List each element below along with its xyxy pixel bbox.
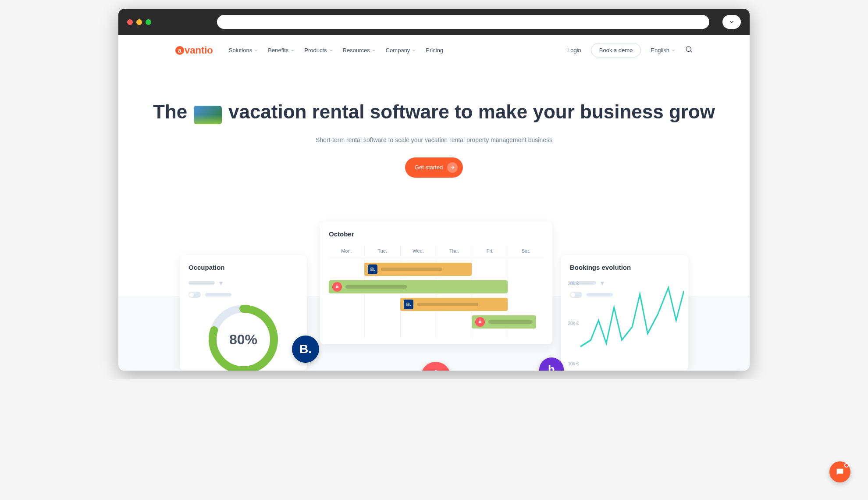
- calendar-card: October Mon. Tue. Wed. Thu. Fri. Sat. B.: [320, 221, 552, 344]
- maximize-window-button[interactable]: [146, 19, 151, 25]
- booking-bar: [472, 315, 536, 329]
- book-demo-button[interactable]: Book a demo: [591, 43, 641, 57]
- nav-company[interactable]: Company: [386, 47, 416, 54]
- nav-pricing[interactable]: Pricing: [426, 47, 443, 54]
- chevron-down-icon: [729, 19, 735, 25]
- brand-logo[interactable]: avantio: [175, 45, 213, 56]
- dashboard-preview: Occupation ▾ 80% Octob: [118, 221, 750, 371]
- nav-resources[interactable]: Resources: [343, 47, 376, 54]
- cal-day-thu: Thu.: [436, 246, 472, 256]
- close-window-button[interactable]: [127, 19, 133, 25]
- window-controls: [127, 19, 151, 25]
- occupation-title: Occupation: [189, 264, 298, 271]
- cal-day-tue: Tue.: [364, 246, 400, 256]
- occupation-card: Occupation ▾ 80%: [180, 255, 307, 371]
- y-tick: 30k €: [561, 281, 579, 286]
- occupation-donut-chart: 80%: [206, 302, 281, 371]
- airbnb-badge: [421, 362, 451, 371]
- cal-day-fri: Fri.: [472, 246, 508, 256]
- page: avantio Solutions Benefits Products Reso…: [118, 35, 750, 371]
- booking-bar: [329, 280, 508, 293]
- chevron-down-icon: [254, 48, 258, 53]
- occupation-percent: 80%: [229, 331, 257, 347]
- hero-title-post: vacation rental software to make your bu…: [228, 101, 715, 122]
- hero-heading: The vacation rental software to make you…: [136, 100, 732, 124]
- airbnb-icon: [475, 317, 485, 327]
- browser-titlebar: [118, 9, 750, 35]
- chevron-down-icon: [290, 48, 295, 53]
- minimize-window-button[interactable]: [136, 19, 142, 25]
- cal-day-wed: Wed.: [400, 246, 436, 256]
- search-icon: [685, 46, 693, 53]
- hero-title-pre: The: [153, 101, 187, 122]
- y-tick: 10k €: [561, 361, 579, 366]
- bookings-title: Bookings evolution: [570, 264, 679, 271]
- chevron-down-icon: [329, 48, 333, 53]
- search-button[interactable]: [685, 46, 693, 55]
- login-link[interactable]: Login: [567, 47, 581, 54]
- svg-line-1: [690, 51, 692, 52]
- hero-subtitle: Short-term rental software to scale your…: [136, 136, 732, 143]
- logo-text: vantio: [185, 45, 213, 56]
- nav-right: Login Book a demo English: [567, 43, 693, 57]
- booking-icon: B.: [368, 264, 377, 274]
- toggle-placeholder: [189, 292, 298, 298]
- cal-day-mon: Mon.: [329, 246, 364, 256]
- calendar-body: B. B.: [329, 259, 544, 338]
- get-started-button[interactable]: Get started: [405, 157, 463, 178]
- hero-inline-image: [194, 106, 222, 124]
- main-nav: avantio Solutions Benefits Products Reso…: [118, 35, 750, 65]
- nav-menu: Solutions Benefits Products Resources Co…: [229, 47, 443, 54]
- bookings-line-chart: [580, 281, 684, 366]
- url-bar[interactable]: [217, 15, 709, 29]
- filter-placeholder: ▾: [189, 279, 298, 287]
- nav-benefits[interactable]: Benefits: [268, 47, 295, 54]
- logo-mark: a: [175, 46, 184, 55]
- homeaway-badge: h: [539, 357, 564, 371]
- arrow-right-icon: [447, 162, 458, 173]
- calendar-header: Mon. Tue. Wed. Thu. Fri. Sat.: [329, 246, 544, 259]
- y-tick: 20k €: [561, 321, 579, 326]
- booking-bar: B.: [364, 263, 472, 276]
- language-selector[interactable]: English: [651, 47, 676, 54]
- airbnb-icon: [332, 282, 342, 292]
- chevron-down-icon: [671, 48, 676, 53]
- chevron-down-icon: [412, 48, 416, 53]
- booking-icon: B.: [404, 300, 413, 309]
- chevron-down-icon: [372, 48, 376, 53]
- booking-bar: B.: [400, 298, 508, 311]
- nav-products[interactable]: Products: [304, 47, 333, 54]
- browser-window: avantio Solutions Benefits Products Reso…: [118, 9, 750, 371]
- svg-point-0: [686, 46, 691, 51]
- hero-section: The vacation rental software to make you…: [118, 65, 750, 195]
- booking-com-badge: B.: [292, 336, 319, 363]
- calendar-month: October: [329, 230, 544, 238]
- bookings-evolution-card: Bookings evolution ▾ 30k € 20k € 10k €: [561, 255, 688, 371]
- browser-menu-button[interactable]: [722, 15, 741, 29]
- chart-y-axis: 30k € 20k € 10k €: [561, 281, 579, 366]
- nav-solutions[interactable]: Solutions: [229, 47, 258, 54]
- cal-day-sat: Sat.: [508, 246, 544, 256]
